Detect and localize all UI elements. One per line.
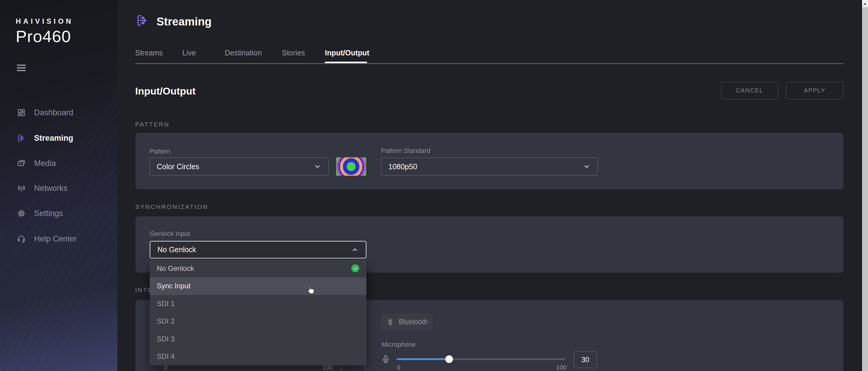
genlock-input-field-label: Genlock Input [150,230,190,238]
cancel-button[interactable]: CANCEL [721,82,778,99]
apply-button[interactable]: APPLY [786,82,843,99]
option-label: SDI 1 [157,300,175,308]
synchronization-section-heading: SYNCHRONIZATION [135,203,208,210]
genlock-dropdown-menu: No Genlock Sync Input SDI 1 SDI 2 SDI 3 … [150,259,366,365]
sidebar-item-label: Settings [34,209,63,218]
pattern-section-heading: PATTERN [135,121,169,128]
sidebar-item-dashboard[interactable]: Dashboard [0,104,117,122]
pattern-preview-thumbnail [336,157,366,176]
scrollbar-up-button[interactable] [862,0,868,7]
microphone-max-label: 100 [556,364,566,371]
sidebar-item-media[interactable]: Media [0,154,117,172]
brand-logo: HAIVISION Pro460 [16,17,73,46]
microphone-slider-thumb[interactable] [445,355,453,363]
tabs-divider [135,63,843,64]
pattern-select-value: Color Circles [157,162,199,171]
chevron-down-icon [314,163,321,171]
dashboard-icon [17,108,26,117]
option-label: SDI 2 [157,317,175,326]
pattern-card: Pattern Color Circles Pattern Standard 1… [135,133,843,189]
menu-toggle-icon[interactable] [17,65,26,71]
app-section-title: Streaming [157,16,212,28]
pattern-standard-select-value: 1080p50 [389,162,417,171]
option-label: No Genlock [157,264,194,273]
sidebar-item-networks[interactable]: Networks [0,179,117,197]
pattern-field-label: Pattern [149,148,170,155]
sidebar-item-label: Dashboard [34,108,73,117]
microphone-value-input[interactable]: 30 [574,351,597,368]
sidebar-item-settings[interactable]: Settings [0,205,117,222]
bluetooth-button-label: Bluetooth [399,318,428,326]
help-center-icon [17,235,26,243]
tab-streams[interactable]: Streams [135,49,163,57]
brand-name: HAIVISION [16,17,73,26]
pattern-standard-field-label: Pattern Standard [381,147,430,155]
sidebar: HAIVISION Pro460 Dashboard Streaming [0,0,117,371]
scrollbar-track[interactable] [862,0,868,371]
tab-live[interactable]: Live [182,49,196,57]
chevron-down-icon [583,163,591,171]
media-icon [17,159,26,168]
settings-icon [17,209,26,218]
microphone-min-label: 0 [397,364,401,371]
networks-icon [17,184,26,193]
scroll-up-arrow-icon [864,3,867,5]
sidebar-item-label: Streaming [34,134,73,143]
chevron-up-icon [351,246,359,254]
bluetooth-icon [386,318,394,326]
page-title: Input/Output [135,85,196,97]
streaming-icon [136,13,149,27]
genlock-option-sdi-2[interactable]: SDI 2 [150,313,366,331]
microphone-slider[interactable] [397,358,566,360]
genlock-option-no-genlock[interactable]: No Genlock [150,259,366,277]
bluetooth-button[interactable]: Bluetooth [381,314,433,330]
pattern-standard-select[interactable]: 1080p50 [381,158,598,176]
genlock-option-sdi-1[interactable]: SDI 1 [150,295,366,313]
option-label: SDI 3 [157,335,175,343]
genlock-option-sdi-3[interactable]: SDI 3 [150,330,366,348]
option-label: Sync Input [157,282,190,290]
sidebar-item-label: Media [34,159,56,168]
sidebar-item-label: Help Center [34,235,77,244]
brand-model: Pro460 [16,27,73,46]
genlock-select-value: No Genlock [157,245,196,254]
sidebar-item-help-center[interactable]: Help Center [0,230,117,248]
tab-destination[interactable]: Destination [225,49,262,57]
tab-input-output[interactable]: Input/Output [325,49,369,57]
microphone-label: Microphone [381,341,415,348]
pattern-select[interactable]: Color Circles [149,158,329,176]
selected-check-icon [351,264,359,272]
genlock-option-sdi-4[interactable]: SDI 4 [150,348,366,366]
microphone-icon [381,352,391,367]
sidebar-item-label: Networks [34,184,68,193]
microphone-slider-fill [397,358,449,360]
sidebar-item-streaming[interactable]: Streaming [0,129,117,147]
option-label: SDI 4 [157,352,175,361]
streaming-icon [17,134,26,143]
genlock-input-select[interactable]: No Genlock [150,241,366,258]
tab-stories[interactable]: Stories [282,49,305,57]
genlock-option-sync-input[interactable]: Sync Input [150,277,366,295]
